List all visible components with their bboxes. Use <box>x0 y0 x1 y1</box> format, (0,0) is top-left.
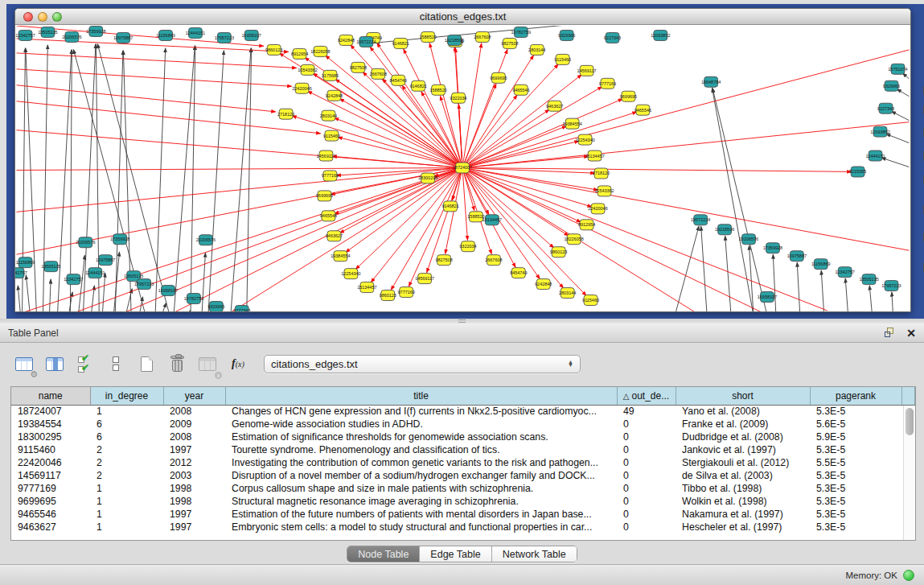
graph-node[interactable]: 9827508 <box>435 255 452 266</box>
graph-node[interactable]: 12444151 <box>865 150 885 161</box>
graph-node[interactable]: 10543362 <box>298 64 317 75</box>
graph-node[interactable]: 9115460 <box>582 295 599 306</box>
table-cell[interactable]: Corpus callosum shape and size in male p… <box>225 482 617 495</box>
graph-node[interactable]: 2718120 <box>593 168 610 179</box>
table-cell[interactable]: 2 <box>90 443 163 456</box>
table-cell[interactable]: 5.3E-5 <box>810 508 901 521</box>
graph-node[interactable]: 12444151 <box>85 268 105 278</box>
graph-node[interactable]: 9146821 <box>392 38 409 48</box>
graph-node[interactable]: 20206576 <box>62 31 81 42</box>
graph-node[interactable]: 19384554 <box>562 118 581 129</box>
graph-node[interactable]: 9115460 <box>323 130 340 141</box>
table-cell[interactable]: 14569117 <box>11 469 90 482</box>
graph-node[interactable]: 9827508 <box>501 38 518 48</box>
table-cell[interactable]: 2009 <box>163 418 225 431</box>
graph-node[interactable]: 9860123 <box>380 290 396 301</box>
table-mode-icon[interactable]: ⚙ <box>11 351 37 377</box>
network-window-titlebar[interactable]: citations_edges.txt <box>15 9 910 25</box>
graph-node[interactable]: 20206576 <box>196 235 216 245</box>
graph-node[interactable]: 18226058 <box>310 46 330 56</box>
graph-node[interactable]: 12342757 <box>835 267 854 278</box>
table-cell[interactable]: 6 <box>90 418 163 431</box>
graph-node[interactable]: 2803144 <box>559 288 576 299</box>
float-panel-icon[interactable] <box>885 328 895 338</box>
graph-node[interactable]: 13505135 <box>38 27 57 37</box>
table-cell[interactable]: Tibbo et al. (1998) <box>676 482 810 495</box>
table-cell[interactable]: 1998 <box>163 495 225 508</box>
table-cell[interactable]: Tourette syndrome. Phenomenology and cla… <box>225 443 617 456</box>
table-cell[interactable]: 49 <box>617 405 676 418</box>
table-row[interactable]: 1456911722003Disruption of a novel membe… <box>11 469 915 482</box>
graph-node[interactable]: 16958107 <box>758 292 777 303</box>
graph-node[interactable]: 14569117 <box>577 65 597 76</box>
graph-node[interactable]: 9322034 <box>450 93 466 103</box>
graph-node[interactable]: 9860123 <box>265 44 282 55</box>
graph-node[interactable]: 13505135 <box>41 262 60 272</box>
table-cell[interactable]: Structural magnetic resonance image aver… <box>225 495 617 508</box>
graph-node[interactable]: 12342757 <box>64 274 83 285</box>
table-row[interactable]: 1830029562008Estimation of significance … <box>11 431 915 443</box>
graph-node[interactable]: 10543362 <box>594 186 614 196</box>
graph-node[interactable]: 2667608 <box>474 31 491 42</box>
graph-node[interactable]: 15134457 <box>483 215 502 225</box>
column-header-out_de[interactable]: △out_de... <box>617 387 676 405</box>
graph-node[interactable]: 9465546 <box>320 211 337 221</box>
graph-node[interactable]: 11156869 <box>16 257 35 268</box>
graph-node[interactable]: 2667608 <box>370 68 387 79</box>
graph-node[interactable]: 17957223 <box>134 279 154 290</box>
graph-node[interactable]: 9227343 <box>877 103 894 113</box>
table-cell[interactable]: Investigating the contribution of common… <box>225 456 617 469</box>
table-source-select[interactable]: citations_edges.txt ▲▼ <box>264 355 581 373</box>
table-cell[interactable]: 1 <box>90 508 163 521</box>
graph-node[interactable]: 9115460 <box>554 54 571 64</box>
graph-node[interactable]: 8454749 <box>510 268 527 278</box>
graph-node[interactable]: 9463627 <box>326 231 343 241</box>
graph-node[interactable]: 9699695 <box>620 91 637 101</box>
table-cell[interactable]: Franke et al. (2009) <box>676 418 810 431</box>
table-row[interactable]: 911546021997Tourette syndrome. Phenomeno… <box>11 443 915 456</box>
table-cell[interactable]: 1 <box>90 495 163 508</box>
table-cell[interactable]: 1997 <box>163 521 225 534</box>
table-cell[interactable]: de Silva et al. (2003) <box>676 469 810 482</box>
graph-node[interactable]: 9227343 <box>233 306 250 311</box>
table-cell[interactable]: 18724007 <box>11 405 90 418</box>
table-row[interactable]: 1938455462009Genome-wide association stu… <box>11 418 915 431</box>
table-row[interactable]: 946362711997Embryonic stem cells: a mode… <box>11 521 915 534</box>
scrollbar-thumb[interactable] <box>906 408 914 435</box>
table-cell[interactable]: 0 <box>617 443 676 456</box>
graph-node[interactable]: 9777169 <box>322 171 339 181</box>
table-cell[interactable]: 2 <box>90 456 163 469</box>
table-cell[interactable]: 0 <box>617 495 676 508</box>
table-cell[interactable]: Embryonic stem cells: a model to study s… <box>225 521 617 534</box>
citation-network-graph[interactable]: 1872400718300295986012389129541822605810… <box>15 26 910 311</box>
graph-node[interactable]: 12093852 <box>870 126 889 137</box>
table-cell[interactable]: Hescheler et al. (1997) <box>676 521 810 534</box>
network-window[interactable]: citations_edges.txt 18724007183002959860… <box>14 8 911 312</box>
graph-node[interactable]: 11156869 <box>811 259 831 270</box>
column-header-name[interactable]: name <box>11 387 90 405</box>
table-cell[interactable]: 0 <box>617 431 676 443</box>
table-cell[interactable]: 0 <box>617 418 676 431</box>
table-cell[interactable]: 1 <box>90 521 163 534</box>
graph-node[interactable]: 17359928 <box>86 26 105 36</box>
resize-handle-icon[interactable] <box>458 319 466 323</box>
table-cell[interactable]: 18300295 <box>11 431 90 443</box>
table-cell[interactable]: 9115460 <box>11 443 90 456</box>
table-cell[interactable]: 1998 <box>163 482 225 495</box>
graph-node[interactable]: 8454749 <box>390 75 407 85</box>
graph-node[interactable]: 19218596 <box>715 225 734 235</box>
graph-node[interactable]: 2718120 <box>277 109 294 119</box>
graph-node[interactable]: 9827508 <box>350 62 367 72</box>
graph-node[interactable]: 22420046 <box>588 204 607 214</box>
table-row[interactable]: 977716911998Corpus callosum shape and si… <box>11 482 915 495</box>
graph-node[interactable]: 9699695 <box>316 191 333 201</box>
graph-node[interactable]: 19384554 <box>331 251 350 262</box>
table-cell[interactable]: 5.3E-5 <box>810 495 901 508</box>
table-cell[interactable]: 19384554 <box>11 418 90 431</box>
graph-node[interactable]: 12444151 <box>186 27 205 38</box>
graph-node[interactable]: 18226058 <box>564 234 583 245</box>
close-window-icon[interactable] <box>23 12 33 22</box>
graph-node[interactable]: 14569117 <box>415 274 434 284</box>
graph-node[interactable]: 9329966 <box>883 80 900 91</box>
table-cell[interactable]: 5.3E-5 <box>810 482 901 495</box>
